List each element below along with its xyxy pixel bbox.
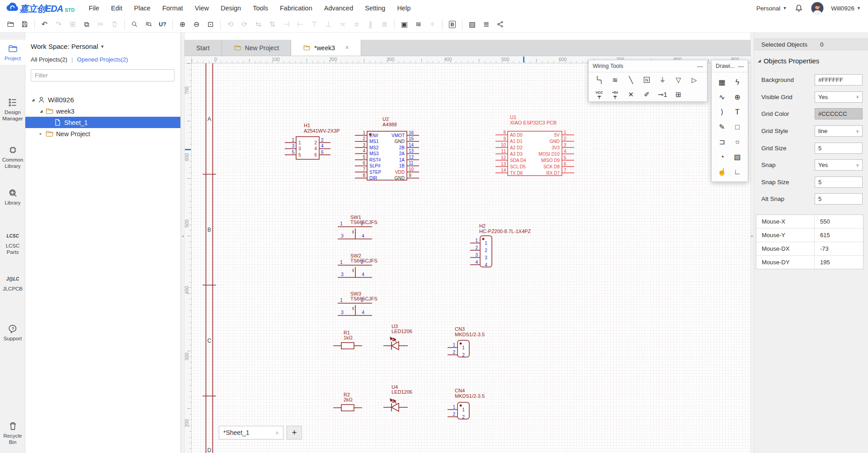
toolbar-save-button[interactable]	[18, 18, 32, 31]
toolbar-share-button[interactable]	[493, 18, 507, 31]
toolbar-undo-button[interactable]: ↶	[38, 18, 52, 31]
wiring-tool-bus-icon[interactable]: ≋	[607, 74, 623, 86]
drawing-tool-sheet-frame-icon[interactable]: ▦	[714, 75, 730, 90]
caret-collapsed-icon[interactable]: ▸	[40, 132, 45, 136]
toolbar-import-changes-button[interactable]: ≋	[411, 18, 425, 31]
tree-item-week3[interactable]: ◢week3	[25, 105, 180, 117]
toolbar-align-left-button[interactable]: ⊣	[279, 18, 293, 31]
toolbar-redo-button[interactable]: ↷	[52, 18, 66, 31]
toolbar-paste-button[interactable]: ⊞	[66, 18, 80, 31]
property-select-snap[interactable]: Yes∨	[815, 159, 863, 171]
toolbar-copy-button[interactable]: ⧉	[80, 18, 94, 31]
sidebar-item-library[interactable]: Library	[0, 184, 25, 209]
doc-tab-NewProject[interactable]: New Project	[222, 40, 291, 56]
sidebar-item-design-manager[interactable]: DesignManager	[0, 94, 25, 124]
workspace-switcher[interactable]: Personal▼	[756, 5, 787, 12]
wiring-tool-ground-icon[interactable]: ⏚	[655, 74, 670, 86]
toolbar-export-image-button[interactable]: ▨	[465, 18, 479, 31]
wiring-tool-voltage-probe-icon[interactable]: ✐	[639, 88, 655, 100]
collapse-left-icon[interactable]: ◄	[181, 230, 184, 242]
doc-tab-Start[interactable]: Start	[184, 40, 222, 56]
menu-fabrication[interactable]: Fabrication	[274, 0, 318, 16]
toolbar-search-button[interactable]	[127, 18, 142, 31]
toolbar-cut-button[interactable]: ✂	[94, 18, 108, 31]
sidebar-item-project[interactable]: Project	[0, 40, 25, 65]
left-splitter[interactable]: ◄	[181, 33, 184, 453]
avatar[interactable]	[811, 2, 824, 14]
toolbar-magic-wand-button[interactable]: ✧	[425, 18, 439, 31]
property-swatch-grid-color[interactable]: #CCCCCC	[815, 108, 863, 119]
menu-tools[interactable]: Tools	[247, 0, 274, 16]
right-splitter[interactable]: ►	[750, 33, 754, 453]
wiring-tool-net-flag-icon[interactable]: ▷	[686, 74, 702, 86]
drawing-tool-polyline-icon[interactable]: ϟ	[730, 75, 745, 90]
wiring-tool-net-label-icon[interactable]: N	[639, 74, 655, 86]
minimize-icon[interactable]: —	[697, 63, 703, 70]
toolbar-distribute-vertical-button[interactable]: ≣	[377, 18, 392, 31]
sidebar-item-jlcpcb[interactable]: J@LCJLCPCB	[0, 270, 25, 295]
menu-edit[interactable]: Edit	[105, 0, 128, 16]
notifications-button[interactable]	[794, 3, 804, 13]
toolbar-annotate-button[interactable]: U?	[156, 18, 170, 31]
toolbar-align-top-button[interactable]: ⊤	[307, 18, 321, 31]
drawing-tool-pencil-icon[interactable]: ✎	[714, 119, 730, 134]
property-select-visible-grid[interactable]: Yes∨	[815, 91, 863, 103]
toolbar-find-component-button[interactable]	[142, 18, 156, 31]
drawing-tool-ellipse-icon[interactable]: ○	[730, 134, 745, 149]
all-projects-link[interactable]: All Projects(2)	[31, 56, 67, 63]
filter-input[interactable]	[31, 69, 175, 81]
menu-format[interactable]: Format	[156, 0, 189, 16]
workspace-selector[interactable]: Work Space: Personal ▼	[31, 43, 180, 50]
drawing-tool-arc-icon[interactable]: ⊕	[730, 90, 745, 105]
sidebar-item-lcsc-parts[interactable]: LCSCLCSCParts	[0, 227, 25, 258]
wiring-tool-wire-icon[interactable]: ╰╮	[591, 74, 607, 86]
toolbar-flip-vertical-button[interactable]: ⇅	[265, 18, 279, 31]
drawing-tool-rectangle-icon[interactable]: □	[730, 119, 745, 134]
drawing-tool-pie-icon[interactable]: ◔	[714, 149, 730, 164]
toolbar-zoom-out-button[interactable]: ⊖	[189, 18, 203, 31]
sidebar-item-recycle-bin[interactable]: RecycleBin	[0, 417, 25, 448]
toolbar-bom-button[interactable]: B	[445, 18, 459, 31]
wiring-tool-net-port-icon[interactable]: ⊞	[670, 88, 686, 100]
menu-advanced[interactable]: Advanced	[318, 0, 359, 16]
objects-properties-header[interactable]: ◢ Objects Properties	[754, 54, 819, 67]
menu-file[interactable]: File	[83, 0, 105, 16]
sheet-selector[interactable]: *Sheet_1 ∧	[219, 426, 283, 439]
wiring-tool-no-connect-icon[interactable]: ✕	[623, 88, 639, 100]
tree-item-new-project[interactable]: ▸New Project	[25, 128, 180, 139]
wiring-tools-header[interactable]: Wiring Tools —	[589, 60, 707, 72]
toolbar-distribute-horizontal-button[interactable]: ∥	[363, 18, 377, 31]
doc-tab-week3[interactable]: *week3✕	[291, 40, 361, 56]
property-select-grid-style[interactable]: line∨	[815, 125, 863, 137]
toolbar-rotate-cw-button[interactable]: ⟳	[237, 18, 251, 31]
schematic-grid[interactable]	[192, 63, 750, 453]
drawing-tool-image-icon[interactable]: ▧	[730, 149, 745, 164]
drawing-tool-bezier-icon[interactable]: ∿	[714, 90, 730, 105]
drawing-tool-drag-icon[interactable]: ☝	[714, 164, 730, 179]
tree-item-will0926[interactable]: ◢Will0926	[25, 94, 180, 105]
toolbar-align-middle-vertical-button[interactable]: ≑	[349, 18, 363, 31]
menu-view[interactable]: View	[189, 0, 215, 16]
toolbar-align-bottom-button[interactable]: ⊥	[321, 18, 335, 31]
wiring-tool-pin-icon[interactable]: ⊸1	[655, 88, 670, 100]
collapse-right-icon[interactable]: ►	[750, 230, 754, 242]
caret-expanded-icon[interactable]: ◢	[40, 109, 45, 113]
toolbar-zoom-fit-button[interactable]: ⊡	[203, 18, 217, 31]
toolbar-zoom-in-button[interactable]: ⊕	[175, 18, 189, 31]
menu-setting[interactable]: Setting	[359, 0, 391, 16]
drawing-tool-text-icon[interactable]: T	[730, 105, 745, 119]
drawing-tools-header[interactable]: Drawi... —	[712, 60, 748, 72]
menu-help[interactable]: Help	[391, 0, 416, 16]
tree-item-sheet_1[interactable]: Sheet_1	[25, 117, 180, 128]
sidebar-item-support[interactable]: Support	[0, 320, 25, 345]
close-icon[interactable]: ✕	[345, 45, 349, 51]
opened-projects-link[interactable]: Opened Projects(2)	[77, 56, 128, 63]
sidebar-item-common-library[interactable]: CommonLibrary	[0, 141, 25, 172]
user-menu[interactable]: Will0926▼	[831, 5, 861, 12]
toolbar-delete-button[interactable]	[108, 18, 122, 31]
property-input-background[interactable]: #FFFFFF	[815, 74, 863, 86]
toolbar-flip-horizontal-button[interactable]: ⇆	[251, 18, 265, 31]
toolbar-cross-probe-button[interactable]: ▣	[397, 18, 411, 31]
caret-expanded-icon[interactable]: ◢	[32, 98, 37, 102]
property-input-alt-snap[interactable]: 5	[815, 193, 863, 205]
